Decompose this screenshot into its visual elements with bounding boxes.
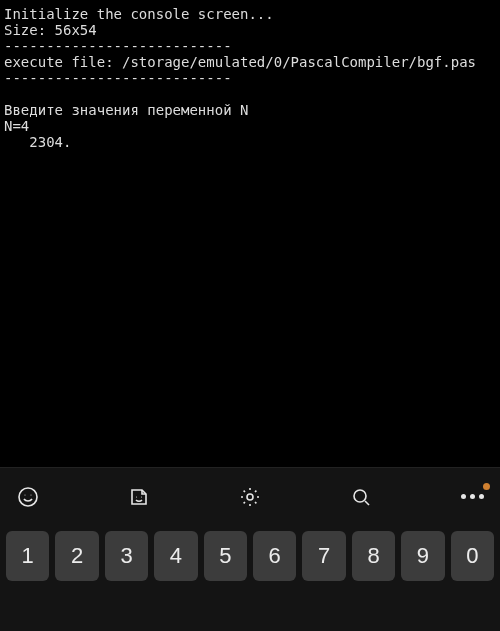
emoji-icon[interactable] (8, 477, 48, 517)
number-row: 1234567890 (0, 525, 500, 631)
console-output: Initialize the console screen... Size: 5… (0, 0, 500, 475)
svg-point-3 (136, 496, 137, 497)
notification-badge (483, 483, 490, 490)
key-4[interactable]: 4 (154, 531, 197, 581)
key-9[interactable]: 9 (401, 531, 444, 581)
key-1[interactable]: 1 (6, 531, 49, 581)
svg-line-7 (365, 501, 369, 505)
key-5[interactable]: 5 (204, 531, 247, 581)
svg-point-1 (25, 494, 26, 495)
key-7[interactable]: 7 (302, 531, 345, 581)
key-6[interactable]: 6 (253, 531, 296, 581)
svg-point-4 (141, 496, 142, 497)
more-icon[interactable] (452, 477, 492, 517)
sticker-icon[interactable] (119, 477, 159, 517)
virtual-keyboard: 1234567890 (0, 467, 500, 631)
keyboard-toolbar (0, 467, 500, 525)
svg-point-5 (247, 494, 253, 500)
svg-point-6 (354, 490, 366, 502)
key-2[interactable]: 2 (55, 531, 98, 581)
key-3[interactable]: 3 (105, 531, 148, 581)
key-8[interactable]: 8 (352, 531, 395, 581)
svg-point-2 (31, 494, 32, 495)
key-0[interactable]: 0 (451, 531, 494, 581)
search-icon[interactable] (341, 477, 381, 517)
gear-icon[interactable] (230, 477, 270, 517)
svg-point-0 (19, 488, 37, 506)
